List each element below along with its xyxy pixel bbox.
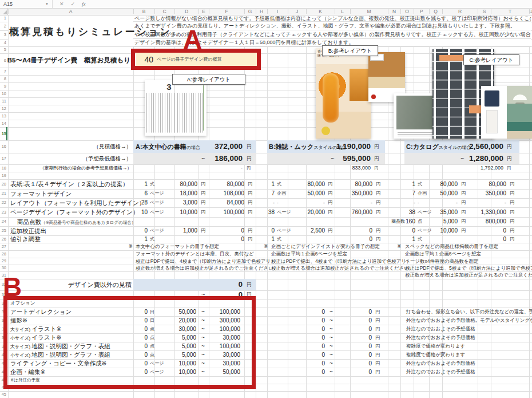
row-header[interactable]: 22 [0,198,6,207]
option-total-low[interactable]: 0 [321,359,325,368]
cell-subtotal[interactable]: 108,000 [224,189,244,198]
cell-unit-price[interactable]: - [323,198,325,207]
cell-unit-price[interactable]: - [456,198,458,207]
column-header[interactable]: B [133,8,154,15]
select-all-corner[interactable] [0,8,8,15]
row-header[interactable]: 20 [0,179,6,189]
cell-qty[interactable]: 160 [406,217,415,226]
option-total-low[interactable]: 0 [321,325,325,333]
row-header[interactable]: 4 [0,39,6,46]
cell-qty[interactable]: 1 [144,179,148,189]
cell-qty[interactable]: 7 [271,189,275,198]
row-header[interactable]: 19 [0,172,6,179]
function-icon[interactable]: fx [82,1,86,7]
cell-qty[interactable]: 10 [141,207,148,217]
cell-qty[interactable]: 1 [271,179,275,189]
cell-unit-price[interactable]: 50,000 [440,189,458,198]
row-header[interactable]: 8 [0,75,6,82]
row-header[interactable]: 17 [0,153,6,164]
column-header[interactable]: I [267,8,288,15]
row-header[interactable]: 23 [0,207,6,217]
column-header[interactable]: P [414,8,429,15]
cell-qty[interactable]: 38 [268,207,275,217]
cell-subtotal[interactable]: - [371,198,372,207]
cell-subtotal[interactable]: 80,000 [227,179,244,189]
option-total-low[interactable]: 0 [321,350,325,359]
column-header[interactable]: S [478,8,491,15]
other-estimate-cell[interactable] [133,279,256,290]
column-header[interactable]: C [154,8,174,15]
cell-subtotal[interactable]: 760,000 [352,207,372,217]
column-header[interactable]: M [350,8,388,15]
row-header[interactable]: 25 [0,226,6,235]
row-header[interactable]: 9 [0,82,6,90]
column-header[interactable]: G [244,8,256,15]
option-total-low[interactable]: 0 [321,316,325,325]
periodical-value[interactable]: - [241,164,243,172]
cell-subtotal[interactable]: 800,000 [486,217,506,226]
cell-unit-price[interactable]: 10,000 [180,207,197,217]
cell-qty[interactable]: 0 [412,226,415,235]
cancel-icon[interactable]: ✕ [59,1,64,7]
row-header[interactable]: 28 [0,250,6,258]
cell-unit-price[interactable]: 80,000 [440,179,458,189]
line-item-label[interactable]: 表紙:表１/表４デザイン（２案以上の提案） [10,179,129,189]
periodical-value[interactable]: 833,000 [352,164,371,172]
cell-unit-price[interactable]: 5,000 [443,217,458,226]
cell-qty[interactable]: 28 [141,198,148,207]
row-header[interactable]: 14 [0,120,6,127]
estimate-value[interactable]: 372,000 [215,140,243,153]
row-header[interactable]: 26 [0,235,6,243]
row-header[interactable]: 18 [0,164,6,172]
row-header[interactable]: 1 [0,15,6,22]
row-header[interactable]: 16 [0,140,6,153]
row-header[interactable]: 10 [0,90,6,97]
name-box-caret-icon[interactable]: ▼ [45,2,49,6]
column-header[interactable]: N [388,8,400,15]
column-header[interactable]: F [209,8,244,15]
cell-subtotal[interactable]: 0 [241,235,244,243]
column-header[interactable]: O [400,8,414,15]
row-header[interactable]: 12 [0,105,6,112]
cell-qty[interactable]: 6 [144,189,148,198]
option-total-high[interactable]: 0 [368,325,372,333]
column-header[interactable]: D [174,8,198,15]
option-total-low[interactable]: 0 [321,368,325,376]
column-header[interactable]: A [8,8,133,15]
estimate-value[interactable]: 1,190,000 [336,140,371,153]
cell-subtotal[interactable]: 0 [369,235,372,243]
cell-subtotal[interactable]: - [505,198,506,207]
cell-subtotal[interactable]: 100,000 [224,207,244,217]
option-total-high[interactable]: 0 [368,316,372,325]
row-header[interactable]: 6 [0,53,6,68]
row-header[interactable]: 30 [0,265,6,271]
line-item-label[interactable]: 追加校正提出 [10,226,46,235]
row-header[interactable]: 3 [0,30,6,39]
minimum-value[interactable]: 595,000 [343,153,371,164]
cell-unit-price[interactable]: 2,500 [311,226,325,235]
cell-qty[interactable]: 0 [144,226,148,235]
line-item-label[interactable]: 値引き調整 [10,235,41,243]
cell-unit-price[interactable]: 3,000 [183,198,197,207]
column-header[interactable]: Q [429,8,442,15]
line-item-label[interactable]: フォーマットデザイン [10,189,72,198]
option-total-low[interactable]: 0 [321,333,325,342]
row-header[interactable]: 24 [0,217,6,226]
cell-subtotal[interactable]: 350,000 [352,189,372,198]
cell-subtotal[interactable]: 80,000 [355,179,372,189]
cell-subtotal[interactable]: 0 [503,235,506,243]
cell-name-box[interactable]: A15 ▼ [0,0,53,8]
option-total-low[interactable]: 0 [321,308,325,316]
line-item-label[interactable]: ページデザイン（フォーマット外のデザイン） [10,207,138,217]
row-header[interactable]: 21 [0,189,6,198]
option-total-high[interactable]: 0 [368,342,372,350]
cell-unit-price[interactable]: 80,000 [307,179,325,189]
cell-unit-price[interactable]: 18,000 [180,189,197,198]
cell-subtotal[interactable]: 350,000 [486,189,506,198]
column-header[interactable]: L [335,8,350,15]
row-header[interactable]: 5 [0,46,6,53]
column-header[interactable]: R [442,8,478,15]
row-header[interactable]: 15 [0,127,6,140]
row-header[interactable]: 2 [0,22,6,30]
cell-unit-price[interactable]: 80,000 [180,179,197,189]
